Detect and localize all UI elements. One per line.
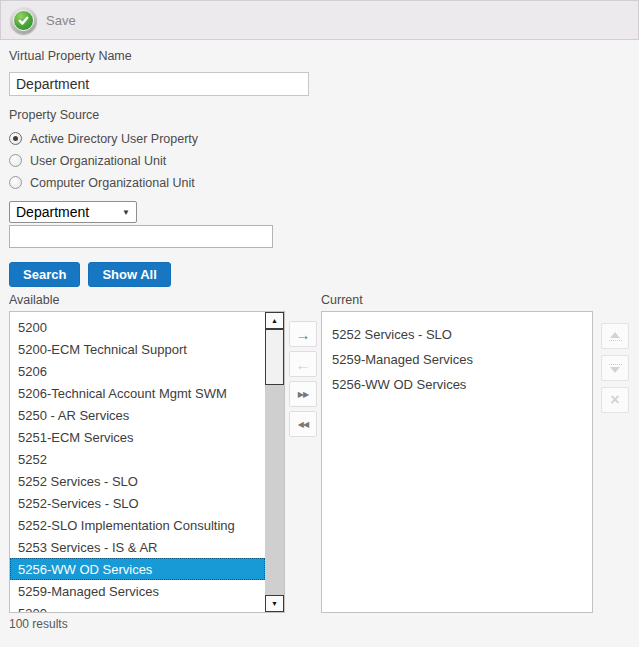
available-list-item[interactable]: 5206-Technical Account Mgmt SWM: [10, 382, 265, 404]
remove-button[interactable]: ×: [601, 387, 629, 413]
scroll-down-button[interactable]: ▼: [265, 595, 284, 612]
available-list-item[interactable]: 5251-ECM Services: [10, 426, 265, 448]
current-list-item[interactable]: 5252 Services - SLO: [322, 322, 592, 347]
scroll-down-icon: ▼: [271, 600, 278, 607]
save-button[interactable]: Save: [10, 7, 76, 34]
available-list-item[interactable]: 5252: [10, 448, 265, 470]
property-select[interactable]: Department ▼: [9, 201, 137, 223]
scroll-up-icon: ▲: [271, 317, 278, 324]
move-left-button[interactable]: ←: [289, 351, 317, 377]
property-source-radio-group: Active Directory User Property User Orga…: [9, 132, 639, 189]
current-list-item[interactable]: 5256-WW OD Services: [322, 372, 592, 397]
arrow-right-icon: →: [296, 326, 311, 343]
move-right-button[interactable]: →: [289, 321, 317, 347]
remove-x-icon: ×: [610, 392, 619, 408]
radio-active-directory-user-property[interactable]: Active Directory User Property: [9, 132, 639, 145]
search-button-row: Search Show All: [9, 262, 639, 287]
available-list-item[interactable]: 5252-SLO Implementation Consulting: [10, 514, 265, 536]
available-listbox[interactable]: 52005200-ECM Technical Support52065206-T…: [9, 311, 285, 613]
available-scrollbar[interactable]: ▲ ▼: [265, 312, 284, 612]
dual-list-section: Available 52005200-ECM Technical Support…: [9, 293, 639, 631]
move-up-button[interactable]: [601, 323, 629, 349]
available-list-item[interactable]: 5252-Services - SLO: [10, 492, 265, 514]
move-down-icon: [609, 364, 622, 373]
move-down-button[interactable]: [601, 355, 629, 381]
available-list-item[interactable]: 5253 Services - IS & AR: [10, 536, 265, 558]
search-term-input[interactable]: [9, 225, 273, 248]
move-all-right-button[interactable]: ▶▶: [289, 381, 317, 407]
available-list-items: 52005200-ECM Technical Support52065206-T…: [10, 312, 265, 612]
radio-label: Active Directory User Property: [30, 132, 198, 146]
search-button[interactable]: Search: [9, 262, 80, 287]
available-list-item[interactable]: 5200: [10, 316, 265, 338]
transfer-buttons: → ← ▶▶ ◀◀: [285, 293, 321, 437]
current-listbox[interactable]: 5252 Services - SLO5259-Managed Services…: [321, 311, 593, 613]
radio-button-icon: [9, 176, 22, 189]
available-list-item[interactable]: 5250 - AR Services: [10, 404, 265, 426]
available-column: Available 52005200-ECM Technical Support…: [9, 293, 285, 631]
available-list-item[interactable]: 5252 Services - SLO: [10, 470, 265, 492]
radio-button-icon: [9, 154, 22, 167]
results-count: 100 results: [9, 617, 285, 631]
available-label: Available: [9, 293, 285, 307]
current-list-item[interactable]: 5259-Managed Services: [322, 347, 592, 372]
check-circle-icon: [10, 7, 37, 34]
show-all-button[interactable]: Show All: [88, 262, 170, 287]
move-up-icon: [609, 332, 622, 341]
arrow-left-icon: ←: [296, 356, 311, 373]
virtual-property-name-input[interactable]: [9, 72, 309, 96]
property-source-label: Property Source: [9, 108, 639, 122]
double-arrow-right-icon: ▶▶: [298, 390, 308, 399]
current-label: Current: [321, 293, 593, 307]
scrollbar-thumb[interactable]: [265, 329, 284, 385]
radio-button-icon: [9, 132, 22, 145]
property-select-value: Department: [16, 204, 89, 220]
radio-label: User Organizational Unit: [30, 154, 166, 168]
available-list-item[interactable]: 5206: [10, 360, 265, 382]
available-list-item[interactable]: 5200-ECM Technical Support: [10, 338, 265, 360]
main-content: Virtual Property Name Property Source Ac…: [0, 49, 639, 631]
available-list-item[interactable]: 5259-Managed Services: [10, 580, 265, 602]
double-arrow-left-icon: ◀◀: [298, 420, 308, 429]
save-button-label: Save: [46, 13, 76, 28]
available-list-item[interactable]: 5300: [10, 602, 265, 612]
toolbar: Save: [0, 0, 639, 40]
radio-label: Computer Organizational Unit: [30, 176, 195, 190]
current-column: Current 5252 Services - SLO5259-Managed …: [321, 293, 593, 613]
virtual-property-name-label: Virtual Property Name: [9, 49, 639, 63]
current-list-items: 5252 Services - SLO5259-Managed Services…: [322, 312, 592, 397]
move-all-left-button[interactable]: ◀◀: [289, 411, 317, 437]
scroll-up-button[interactable]: ▲: [265, 312, 284, 329]
current-item-actions: ×: [601, 293, 629, 413]
chevron-down-icon: ▼: [122, 208, 130, 217]
radio-user-organizational-unit[interactable]: User Organizational Unit: [9, 154, 639, 167]
available-list-item[interactable]: 5256-WW OD Services: [10, 558, 265, 580]
radio-computer-organizational-unit[interactable]: Computer Organizational Unit: [9, 176, 639, 189]
